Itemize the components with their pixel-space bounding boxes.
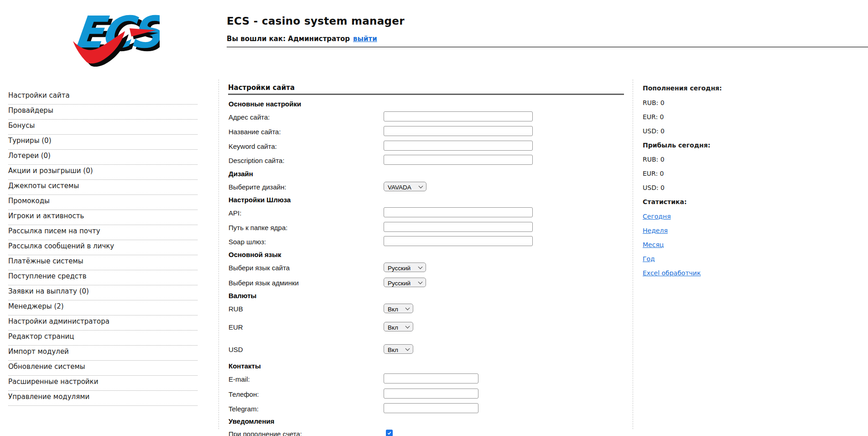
main-title-divider [228,94,624,95]
form-row: Выбери язык сайта Русский [229,263,557,274]
form-row: Soap шлюз: [229,237,557,248]
phone-label: Телефон: [229,390,259,398]
usd-currency-select[interactable]: Вкл [384,344,413,354]
deposits-usd-value: USD: 0 [643,127,665,135]
design-select[interactable]: VAVADA [384,182,426,191]
api-input[interactable] [384,207,533,217]
logout-link[interactable]: выйти [353,35,377,43]
sidebar-item-jackpots[interactable]: Джекпоты системы [8,180,198,195]
form-section-row: Дизайн [229,169,557,180]
deposit-notification-checkbox[interactable] [386,430,393,436]
form-row: Телефон: [229,390,557,401]
stats-link-week[interactable]: Неделя [643,227,668,234]
form-row: USD Вкл [229,345,557,356]
section-header-contacts: Контакты [229,362,261,370]
section-header-currencies: Валюты [229,292,256,299]
eur-currency-select[interactable]: Вкл [384,322,413,331]
sidebar-item-site-settings[interactable]: Настройки сайта [8,89,198,105]
section-header-main-settings: Основные настройки [229,100,301,108]
check-icon [387,431,392,436]
email-input[interactable] [384,373,478,383]
sidebar-item-managers[interactable]: Менеджеры (2) [8,300,198,315]
soap-gateway-input[interactable] [384,236,533,246]
profit-usd-value: USD: 0 [643,184,665,191]
vertical-separator-right [633,79,633,429]
sidebar-item-pm-mailing[interactable]: Рассылка сообщений в личку [8,240,198,255]
site-address-label: Адрес сайта: [229,113,270,121]
main-section-title: Настройки сайта [228,84,295,92]
sidebar-item-page-editor[interactable]: Редактор страниц [8,331,198,346]
sidebar-item-bonuses[interactable]: Бонусы [8,120,198,135]
rub-currency-label: RUB [229,305,243,313]
statistics-title: Статистика: [643,198,687,205]
stats-link-year[interactable]: Год [643,255,655,263]
form-row: API: [229,209,557,220]
site-description-input[interactable] [384,155,533,165]
stats-link-excel[interactable]: Excel обработчик [643,269,701,277]
site-description-label: Description сайта: [229,157,285,164]
section-header-main-language: Основной язык [229,251,281,258]
header-divider [227,47,868,47]
form-row: Название сайта: [229,127,557,138]
site-name-input[interactable] [384,126,533,136]
chevron-down-icon [405,306,410,310]
sidebar-item-providers[interactable]: Провайдеры [8,105,198,120]
form-row: Telegram: [229,404,557,415]
sidebar-item-payment-systems[interactable]: Платёжные системы [8,255,198,270]
stats-link-today[interactable]: Сегодня [643,213,671,220]
rub-currency-select[interactable]: Вкл [384,304,413,313]
chevron-down-icon [405,347,410,351]
stats-link-month[interactable]: Месяц [643,241,664,248]
form-section-row: Валюты [229,291,557,302]
sidebar-item-system-update[interactable]: Обновление системы [8,361,198,376]
chevron-down-icon [419,184,423,189]
profit-eur-value: EUR: 0 [643,170,664,177]
design-select-value: VAVADA [388,184,411,191]
form-row: Description сайта: [229,156,557,167]
form-row: Выберите дизайн: VAVADA [229,183,557,194]
sidebar-item-module-import[interactable]: Импорт модулей [8,346,198,361]
site-language-label: Выбери язык сайта [229,264,290,272]
form-row: EUR Вкл [229,323,557,334]
site-keyword-input[interactable] [384,141,533,151]
form-section-row: Уведомления [229,417,557,428]
sidebar-item-admin-settings[interactable]: Настройки администратора [8,315,198,331]
admin-language-label: Выбери язык админки [229,279,299,287]
form-row: Адрес сайта: [229,113,557,124]
core-folder-path-label: Путь к папке ядра: [229,224,287,231]
sidebar-item-incoming-funds[interactable]: Поступление средств [8,270,198,285]
sidebar-item-advanced-settings[interactable]: Расширенные настройки [8,376,198,391]
sidebar-item-promotions[interactable]: Акции и розыгрыши (0) [8,165,198,180]
email-label: E-mail: [229,375,250,383]
sidebar-item-tournaments[interactable]: Турниры (0) [8,135,198,150]
vertical-separator-left [218,79,219,429]
site-name-label: Название сайта: [229,128,281,136]
deposits-rub-value: RUB: 0 [643,99,665,106]
admin-language-select[interactable]: Русский [384,278,426,287]
logged-in-status: Вы вошли как: Администраторвыйти [227,35,377,43]
sidebar-item-payout-requests[interactable]: Заявки на выплату (0) [8,285,198,300]
api-label: API: [229,209,241,217]
core-folder-path-input[interactable] [384,222,533,232]
form-row: При пополнение счета: [229,430,557,436]
site-language-select[interactable]: Русский [384,263,426,272]
sidebar-item-module-management[interactable]: Управление модулями [8,391,198,406]
form-section-row: Настройки Шлюза [229,195,557,206]
form-section-row: Контакты [229,362,557,373]
usd-currency-label: USD [229,346,243,353]
form-section-row: Основные настройки [229,100,557,110]
sidebar-item-email-mailing[interactable]: Рассылка писем на почту [8,225,198,240]
form-section-row: Основной язык [229,250,557,261]
sidebar-item-lotteries[interactable]: Лотереи (0) [8,150,198,165]
sidebar-item-players-activity[interactable]: Игроки и активность [8,210,198,225]
deposit-notification-label: При пополнение счета: [229,430,302,436]
site-address-input[interactable] [384,111,533,121]
form-row: E-mail: [229,375,557,386]
sidebar-item-promocodes[interactable]: Промокоды [8,195,198,210]
phone-input[interactable] [384,389,478,399]
chevron-down-icon [405,324,410,329]
deposits-today-title: Пополнения сегодня: [643,84,722,92]
profit-rub-value: RUB: 0 [643,156,665,163]
telegram-input[interactable] [384,403,478,413]
chevron-down-icon [418,280,423,284]
